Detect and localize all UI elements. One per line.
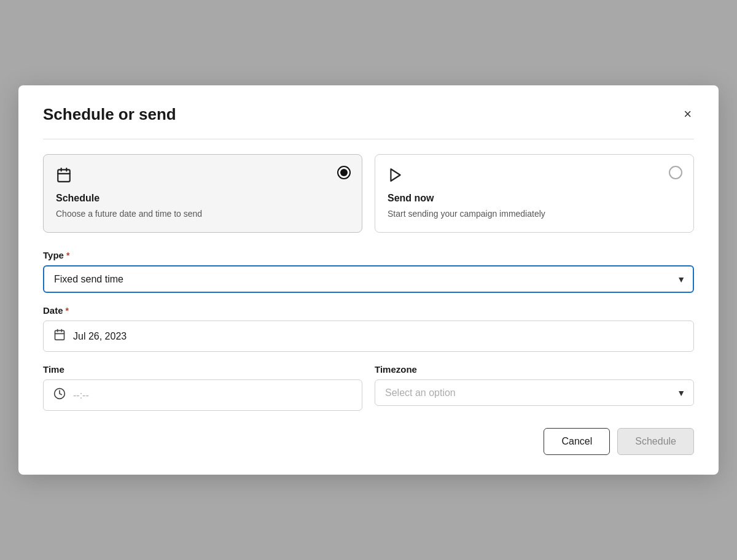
svg-rect-5 xyxy=(55,330,64,340)
footer-actions: Cancel Schedule xyxy=(43,428,694,455)
dialog-title: Schedule or send xyxy=(43,105,176,124)
dialog-header: Schedule or send × xyxy=(43,105,694,124)
schedule-option-desc: Choose a future date and time to send xyxy=(56,208,349,220)
time-label: Time xyxy=(43,364,362,375)
send-now-option-desc: Start sending your campaign immediately xyxy=(388,208,681,220)
timezone-field-group: Timezone Select an option ▼ xyxy=(375,364,694,411)
send-now-option-card[interactable]: Send now Start sending your campaign imm… xyxy=(375,154,694,233)
cancel-button[interactable]: Cancel xyxy=(544,428,610,455)
date-input[interactable]: Jul 26, 2023 xyxy=(43,321,694,352)
dialog-overlay: Schedule or send × Schedule Choo xyxy=(0,0,737,560)
time-field-group: Time --:-- xyxy=(43,364,362,411)
time-timezone-row: Time --:-- Timezone xyxy=(43,364,694,411)
clock-icon xyxy=(53,387,66,403)
date-field-group: Date * Jul 26, 2023 xyxy=(43,305,694,352)
send-icon xyxy=(388,167,681,187)
schedule-button[interactable]: Schedule xyxy=(617,428,694,455)
schedule-radio[interactable] xyxy=(337,166,351,179)
date-value: Jul 26, 2023 xyxy=(73,331,127,342)
send-now-radio[interactable] xyxy=(669,166,682,179)
type-required-star: * xyxy=(66,251,69,260)
header-divider xyxy=(43,139,694,139)
schedule-dialog: Schedule or send × Schedule Choo xyxy=(18,85,719,475)
type-select[interactable]: Fixed send time Recurring xyxy=(43,265,694,293)
send-now-option-label: Send now xyxy=(388,193,681,204)
timezone-select-wrapper: Select an option ▼ xyxy=(375,379,694,406)
time-placeholder: --:-- xyxy=(73,390,89,401)
calendar-icon xyxy=(56,167,349,187)
type-label: Type * xyxy=(43,250,694,260)
date-label: Date * xyxy=(43,305,694,316)
options-row: Schedule Choose a future date and time t… xyxy=(43,154,694,233)
time-input[interactable]: --:-- xyxy=(43,379,362,411)
timezone-select[interactable]: Select an option xyxy=(375,379,694,406)
svg-marker-4 xyxy=(391,169,400,181)
timezone-label: Timezone xyxy=(375,364,694,375)
svg-rect-0 xyxy=(58,169,70,182)
type-field-group: Type * Fixed send time Recurring ▼ xyxy=(43,250,694,293)
date-icon xyxy=(53,329,66,344)
close-button[interactable]: × xyxy=(681,105,694,123)
schedule-option-label: Schedule xyxy=(56,193,349,204)
schedule-option-card[interactable]: Schedule Choose a future date and time t… xyxy=(43,154,362,233)
type-select-wrapper: Fixed send time Recurring ▼ xyxy=(43,265,694,293)
date-required-star: * xyxy=(66,306,69,316)
